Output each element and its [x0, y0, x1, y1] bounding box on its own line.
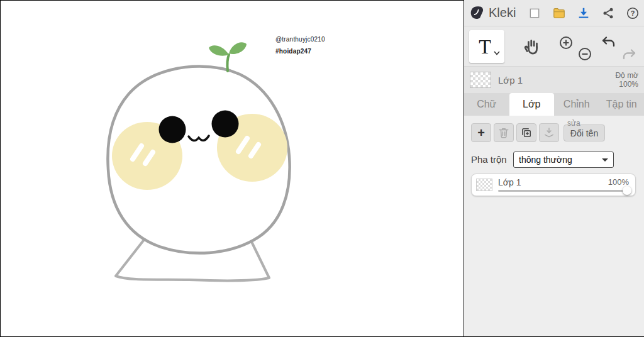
tab-lop[interactable]: Lớp: [509, 93, 555, 116]
zoom-out-icon: [577, 47, 592, 62]
save-download-button[interactable]: [576, 6, 591, 21]
opacity-readout: Độ mờ 100%: [615, 71, 638, 89]
active-layer-preview: Lớp 1 Độ mờ 100%: [464, 67, 644, 93]
add-layer-button[interactable]: +: [471, 123, 491, 142]
svg-text:?: ?: [631, 9, 635, 17]
tab-chu[interactable]: Chữ: [464, 93, 509, 116]
new-file-button[interactable]: [527, 6, 542, 21]
opacity-value: 100%: [615, 80, 638, 89]
text-tool-icon: T: [479, 35, 491, 58]
duplicate-layer-button[interactable]: [516, 123, 536, 142]
redo-icon: [621, 48, 636, 63]
opacity-slider-track[interactable]: [498, 190, 625, 192]
chevron-down-icon: [494, 51, 500, 55]
character-drawing: [1, 1, 464, 337]
blend-mode-label: Pha trộn: [471, 154, 507, 165]
help-icon: ?: [626, 6, 640, 20]
duplicate-layer-icon: [520, 126, 533, 139]
layers-tab-content: +: [464, 116, 644, 336]
opacity-slider-knob[interactable]: [623, 186, 631, 195]
undo-button[interactable]: [601, 35, 616, 53]
hand-tool-icon: [523, 37, 541, 56]
help-button[interactable]: ?: [625, 6, 640, 21]
share-button[interactable]: [601, 6, 616, 21]
layer-list-item[interactable]: Lớp 1 100%: [471, 174, 636, 196]
active-layer-name: Lớp 1: [498, 75, 523, 86]
zoom-in-button[interactable]: [558, 35, 574, 53]
app-logo: Kleki: [469, 5, 516, 21]
open-folder-icon: [552, 6, 566, 20]
layer-item-opacity: 100%: [608, 177, 629, 187]
merge-down-button[interactable]: [539, 123, 559, 142]
text-tool-button[interactable]: T: [469, 30, 504, 63]
layer-item-thumbnail: [476, 179, 492, 191]
top-bar: Kleki: [464, 0, 644, 26]
kleki-logo-icon: [469, 5, 486, 21]
canvas-annotation-hashtag: #hoidap247: [275, 48, 311, 55]
add-layer-icon: +: [477, 126, 485, 140]
trash-icon: [497, 126, 510, 139]
undo-icon: [601, 35, 616, 50]
layer-thumbnail[interactable]: [470, 72, 491, 88]
panel-tabs: Chữ Lớp Chỉnh Tập tin: [464, 93, 644, 116]
kleki-app: @tranthuyjc0210 #hoidap247 Kleki: [0, 0, 644, 337]
redo-button[interactable]: [621, 48, 636, 65]
layer-item-name: Lớp 1: [498, 177, 521, 187]
blend-mode-row: Pha trộn thông thường: [464, 151, 644, 168]
app-title: Kleki: [489, 6, 516, 20]
new-file-icon: [528, 7, 541, 19]
share-icon: [602, 7, 614, 19]
delete-layer-button[interactable]: [494, 123, 514, 142]
merge-down-icon: [543, 126, 555, 139]
tool-row: T: [464, 26, 644, 67]
tab-tap-tin[interactable]: Tập tin: [599, 93, 644, 116]
edit-hint-label: sửa: [567, 119, 580, 128]
opacity-label: Độ mờ: [615, 71, 638, 80]
drawing-canvas[interactable]: @tranthuyjc0210 #hoidap247: [0, 0, 464, 336]
canvas-annotation-handle: @tranthuyjc0210: [275, 36, 325, 43]
open-file-button[interactable]: [552, 6, 567, 21]
hand-tool-button[interactable]: [519, 34, 545, 59]
download-icon: [577, 6, 591, 20]
side-panel: Kleki: [464, 0, 644, 336]
zoom-out-button[interactable]: [577, 47, 592, 64]
tab-chinh[interactable]: Chỉnh: [554, 93, 599, 116]
blend-mode-select[interactable]: thông thường: [513, 152, 614, 168]
zoom-in-icon: [558, 35, 574, 50]
